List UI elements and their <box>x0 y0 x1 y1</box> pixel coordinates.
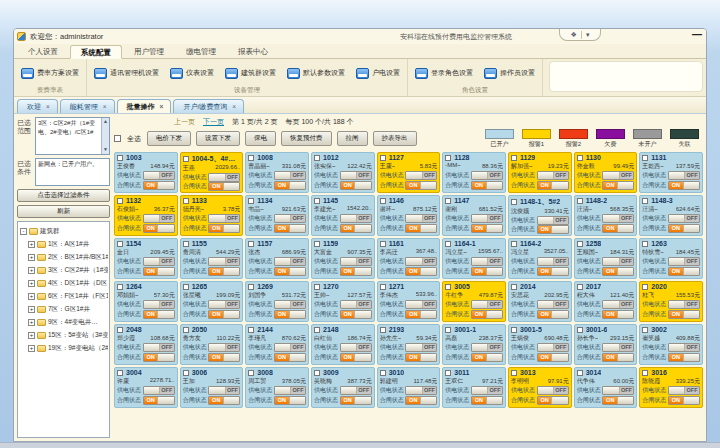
main-tab-5[interactable]: 报表中心 <box>228 45 278 58</box>
main-tab-3[interactable]: 用户管理 <box>124 45 174 58</box>
doc-tab-4[interactable]: 开户/缴费查询× <box>173 99 244 113</box>
room-checkbox[interactable] <box>445 198 451 204</box>
expander-icon[interactable]: + <box>28 293 35 300</box>
breaker-toggle[interactable]: ON <box>668 224 700 233</box>
breaker-toggle[interactable]: ON <box>537 267 569 276</box>
supply-toggle[interactable]: OFF <box>405 386 437 395</box>
expander-icon[interactable]: + <box>28 332 35 339</box>
ribbon-button[interactable]: 登录角色设置 <box>413 66 475 81</box>
main-tab-2[interactable]: 系统配置 <box>70 45 122 59</box>
breaker-toggle[interactable]: ON <box>143 267 175 276</box>
style-icon[interactable]: ❖ <box>571 31 577 39</box>
supply-toggle[interactable]: OFF <box>471 343 503 352</box>
room-checkbox[interactable] <box>314 198 320 204</box>
room-checkbox[interactable] <box>380 327 386 333</box>
expander-icon[interactable]: + <box>28 319 35 326</box>
supply-toggle[interactable]: OFF <box>340 214 372 223</box>
supply-toggle[interactable]: OFF <box>208 300 240 309</box>
breaker-toggle[interactable]: ON <box>208 267 240 276</box>
tree-item-6[interactable]: +7区：G区1#井 <box>20 303 108 316</box>
supply-toggle[interactable]: OFF <box>274 171 306 180</box>
room-checkbox[interactable] <box>511 199 517 205</box>
breaker-toggle[interactable]: ON <box>668 267 700 276</box>
supply-toggle[interactable]: OFF <box>668 171 700 180</box>
tree-item-1[interactable]: +1区：A区1#井 <box>20 238 108 251</box>
breaker-toggle[interactable]: ON <box>537 396 569 405</box>
chevron-down-icon[interactable]: ▾ <box>586 31 590 39</box>
room-checkbox[interactable] <box>248 370 254 376</box>
main-tab-4[interactable]: 缴电管理 <box>176 45 226 58</box>
room-checkbox[interactable] <box>314 155 320 161</box>
room-checkbox[interactable] <box>183 370 189 376</box>
scroll-down-icon[interactable]: ▼ <box>103 146 108 154</box>
room-checkbox[interactable] <box>445 370 451 376</box>
supply-toggle[interactable]: OFF <box>405 214 437 223</box>
supply-toggle[interactable]: OFF <box>537 300 569 309</box>
close-icon[interactable]: × <box>160 104 164 110</box>
room-checkbox[interactable] <box>577 284 583 290</box>
supply-toggle[interactable]: OFF <box>405 171 437 180</box>
next-page-link[interactable]: 下一页 <box>203 117 224 127</box>
room-checkbox[interactable] <box>248 327 254 333</box>
room-checkbox[interactable] <box>117 284 123 290</box>
breaker-toggle[interactable]: ON <box>602 353 634 362</box>
supply-toggle[interactable]: OFF <box>274 343 306 352</box>
breaker-toggle[interactable]: ON <box>208 310 240 319</box>
tree-item-8[interactable]: +15区：5#变站（3#变… <box>20 329 108 342</box>
action-button-4[interactable]: 恢复预付费 <box>281 131 332 146</box>
supply-toggle[interactable]: OFF <box>471 257 503 266</box>
room-checkbox[interactable] <box>117 198 123 204</box>
breaker-toggle[interactable]: ON <box>208 353 240 362</box>
supply-toggle[interactable]: OFF <box>340 343 372 352</box>
room-checkbox[interactable] <box>380 155 386 161</box>
breaker-toggle[interactable]: ON <box>602 396 634 405</box>
expander-icon[interactable]: + <box>28 306 35 313</box>
supply-toggle[interactable]: OFF <box>602 300 634 309</box>
room-checkbox[interactable] <box>314 241 320 247</box>
supply-toggle[interactable]: OFF <box>274 257 306 266</box>
refresh-button[interactable]: 刷新 <box>17 205 110 218</box>
supply-toggle[interactable]: OFF <box>143 257 175 266</box>
expander-icon[interactable]: + <box>28 241 35 248</box>
supply-toggle[interactable]: OFF <box>405 300 437 309</box>
supply-toggle[interactable]: OFF <box>668 300 700 309</box>
skin-switcher[interactable]: ❖ ▾ <box>559 29 601 41</box>
action-button-3[interactable]: 保电 <box>245 131 276 146</box>
selected-condition-box[interactable]: 新网点：已开户用户。 <box>35 158 110 186</box>
breaker-toggle[interactable]: ON <box>537 181 569 190</box>
supply-toggle[interactable]: OFF <box>471 386 503 395</box>
supply-toggle[interactable]: OFF <box>668 343 700 352</box>
breaker-toggle[interactable]: ON <box>668 396 700 405</box>
room-checkbox[interactable] <box>642 155 648 161</box>
breaker-toggle[interactable]: ON <box>471 396 503 405</box>
close-icon[interactable]: × <box>232 104 236 110</box>
breaker-toggle[interactable]: ON <box>405 267 437 276</box>
room-checkbox[interactable] <box>117 370 123 376</box>
breaker-toggle[interactable]: ON <box>143 181 175 190</box>
room-checkbox[interactable] <box>511 155 517 161</box>
room-checkbox[interactable] <box>314 284 320 290</box>
supply-toggle[interactable]: OFF <box>405 343 437 352</box>
breaker-toggle[interactable]: ON <box>143 396 175 405</box>
tree-item-3[interactable]: +3区：C区2#井（1#变… <box>20 264 108 277</box>
breaker-toggle[interactable]: ON <box>340 353 372 362</box>
breaker-toggle[interactable]: ON <box>537 310 569 319</box>
supply-toggle[interactable]: OFF <box>274 214 306 223</box>
room-checkbox[interactable] <box>445 327 451 333</box>
room-checkbox[interactable] <box>577 155 583 161</box>
supply-toggle[interactable]: OFF <box>340 300 372 309</box>
ribbon-button[interactable]: 建筑群设置 <box>223 66 278 81</box>
supply-toggle[interactable]: OFF <box>471 300 503 309</box>
ribbon-button[interactable]: 费率方案设置 <box>19 66 81 81</box>
prev-page-link[interactable]: 上一页 <box>174 117 195 127</box>
breaker-toggle[interactable]: ON <box>602 181 634 190</box>
room-checkbox[interactable] <box>642 370 648 376</box>
supply-toggle[interactable]: OFF <box>602 214 634 223</box>
tree-item-5[interactable]: +6区：F区1#井（F区1#… <box>20 290 108 303</box>
supply-toggle[interactable]: OFF <box>208 173 240 182</box>
supply-toggle[interactable]: OFF <box>340 257 372 266</box>
breaker-toggle[interactable]: ON <box>668 181 700 190</box>
breaker-toggle[interactable]: ON <box>668 310 700 319</box>
supply-toggle[interactable]: OFF <box>471 214 503 223</box>
supply-toggle[interactable]: OFF <box>274 300 306 309</box>
